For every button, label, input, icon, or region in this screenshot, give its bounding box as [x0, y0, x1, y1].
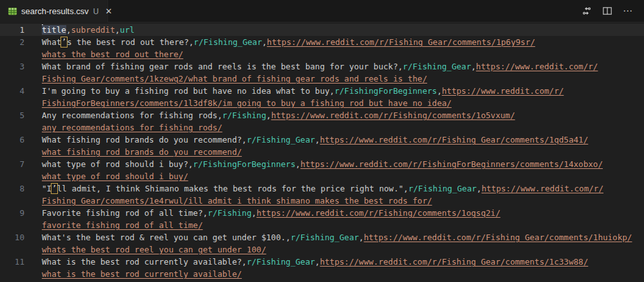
url-link[interactable]: whats_the_best_rod_reel_you_can_get_unde… [42, 245, 266, 254]
subreddit-field: r/Fishing_Gear [409, 184, 477, 193]
line-number [0, 243, 24, 256]
csv-text: What's the best rod & reel you can get u… [42, 233, 291, 242]
code-row[interactable]: 2What’s the best rod out there?,r/Fishin… [0, 36, 644, 48]
csv-text: url [120, 25, 134, 35]
csv-text: , [66, 25, 71, 35]
code-row[interactable]: 4I'm going to buy a fishing rod but have… [0, 85, 644, 97]
code-row[interactable]: 1title,subreddit,url [0, 24, 644, 36]
line-number [0, 195, 24, 207]
url-link[interactable]: https://www.reddit.com/r/Fishing_Gear/co… [320, 257, 588, 267]
line-number: 10 [0, 231, 24, 243]
code-text: Fishing_Gear/comments/1e4rwul/ill_admit_… [24, 195, 432, 207]
csv-text: ll admit, I think Shimano makes the best… [57, 184, 409, 193]
editor-actions: ⋯ [580, 0, 644, 22]
url-link[interactable]: favorite_fishing_rod_of_all_time/ [42, 220, 203, 230]
csv-text: , [471, 62, 476, 71]
code-text: what_type_of_rod_should_i_buy/ [24, 170, 188, 182]
url-link[interactable]: https://www.reddit.com/r/ [476, 62, 598, 71]
tab-search-results-csv[interactable]: search-results.csv U ✕ [0, 0, 108, 22]
code-row[interactable]: 7what type of rod should i buy?,r/Fishin… [0, 158, 644, 170]
code-text: What's the best rod & reel you can get u… [24, 231, 632, 243]
url-link[interactable]: https://www.reddit.com/r/ [442, 86, 564, 96]
code-row[interactable]: 8"I’ll admit, I think Shimano makes the … [0, 182, 644, 195]
code-text: Favorite fishing rod of all time?,r/Fish… [24, 207, 501, 219]
csv-text: what type of rod should i buy?, [42, 159, 193, 169]
line-number: 5 [0, 109, 24, 121]
url-link[interactable]: whats_the_best_rod_out_there/ [42, 49, 183, 59]
subreddit-field: r/FishingForBeginners [193, 159, 295, 169]
code-text: favorite_fishing_rod_of_all_time/ [24, 219, 203, 231]
line-number: 8 [0, 182, 24, 195]
line-number [0, 219, 24, 231]
csv-text: Favorite fishing rod of all time?, [42, 208, 208, 218]
close-tab-icon[interactable]: ✕ [105, 7, 112, 15]
line-number: 7 [0, 158, 24, 170]
more-actions-icon[interactable]: ⋯ [621, 4, 635, 18]
csv-text: Any recommendations for fishing rods, [42, 110, 223, 120]
csv-text: , [262, 37, 267, 47]
code-row[interactable]: 6What fishing rod brands do you recommen… [0, 134, 644, 146]
url-link[interactable]: any_recommendations_for_fishing_rods/ [42, 123, 223, 132]
code-row[interactable]: whats_the_best_rod_reel_you_can_get_unde… [0, 243, 644, 256]
url-link[interactable]: https://www.reddit.com/r/Fishing/comment… [257, 208, 501, 218]
code-row[interactable]: what_type_of_rod_should_i_buy/ [0, 170, 644, 182]
split-editor-icon[interactable] [600, 4, 614, 18]
line-number [0, 48, 24, 60]
url-link[interactable]: FishingForBeginners/comments/1l3df8k/im_… [42, 98, 452, 108]
url-link[interactable]: Fishing_Gear/comments/1kzewq2/what_brand… [42, 74, 427, 84]
code-row[interactable]: FishingForBeginners/comments/1l3df8k/im_… [0, 97, 644, 109]
code-editor[interactable]: 1title,subreddit,url2What’s the best rod… [0, 22, 644, 280]
editor-tab-bar: search-results.csv U ✕ ⋯ [0, 0, 644, 22]
subreddit-field: r/Fishing_Gear [291, 233, 359, 242]
line-number: 9 [0, 207, 24, 219]
csv-text: subreddit [71, 25, 115, 35]
code-row[interactable]: 5Any recommendations for fishing rods,r/… [0, 109, 644, 121]
code-text: I'm going to buy a fishing rod but have … [24, 85, 564, 97]
code-row[interactable]: 3What brand of fishing gear rods and ree… [0, 60, 644, 73]
git-status-badge: U [93, 7, 99, 16]
code-row[interactable]: Fishing_Gear/comments/1kzewq2/what_brand… [0, 73, 644, 85]
code-row[interactable]: 11What is the best rod currently availab… [0, 256, 644, 268]
code-row[interactable]: whats_the_best_rod_out_there/ [0, 48, 644, 60]
subreddit-field: r/Fishing_Gear [403, 62, 471, 71]
url-link[interactable]: https://www.reddit.com/r/Fishing_Gear/co… [267, 37, 535, 47]
code-text: title,subreddit,url [24, 24, 134, 36]
code-row[interactable]: favorite_fishing_rod_of_all_time/ [0, 219, 644, 231]
code-row[interactable]: what_fishing_rod_brands_do_you_recommend… [0, 146, 644, 158]
code-row[interactable]: Fishing_Gear/comments/1e4rwul/ill_admit_… [0, 195, 644, 207]
line-number: 1 [0, 24, 24, 36]
url-link[interactable]: what_type_of_rod_should_i_buy/ [42, 172, 188, 181]
code-text: "I’ll admit, I think Shimano makes the b… [24, 182, 603, 195]
url-link[interactable]: https://www.reddit.com/r/Fishing_Gear/co… [320, 135, 588, 145]
url-link[interactable]: https://www.reddit.com/r/Fishing/comment… [271, 110, 515, 120]
code-row[interactable]: 10What's the best rod & reel you can get… [0, 231, 644, 243]
code-text: whats_the_best_rod_reel_you_can_get_unde… [24, 243, 266, 256]
line-number: 3 [0, 60, 24, 73]
url-link[interactable]: what_is_the_best_rod_currently_available… [42, 269, 242, 279]
csv-file-icon [8, 6, 17, 16]
line-number: 11 [0, 256, 24, 268]
code-text: What is the best rod currently available… [24, 256, 588, 268]
code-row[interactable]: any_recommendations_for_fishing_rods/ [0, 121, 644, 134]
open-changes-icon[interactable] [580, 4, 594, 18]
csv-text: What fishing rod brands do you recommend… [42, 135, 246, 145]
url-link[interactable]: https://www.reddit.com/r/Fishing_Gear/co… [363, 233, 632, 242]
code-text: what_is_the_best_rod_currently_available… [24, 268, 242, 280]
csv-text: "I [42, 184, 51, 193]
url-link[interactable]: https://www.reddit.com/r/ [481, 184, 603, 193]
subreddit-field: r/Fishing [208, 208, 252, 218]
csv-text: What is the best rod currently available… [42, 257, 246, 267]
line-number [0, 73, 24, 85]
line-number [0, 97, 24, 109]
url-link[interactable]: what_fishing_rod_brands_do_you_recommend… [42, 147, 242, 157]
csv-text: , [252, 208, 257, 218]
url-link[interactable]: https://www.reddit.com/r/FishingForBegin… [300, 159, 603, 169]
line-number: 2 [0, 36, 24, 48]
url-link[interactable]: Fishing_Gear/comments/1e4rwul/ill_admit_… [42, 196, 432, 206]
line-number [0, 170, 24, 182]
line-number: 4 [0, 85, 24, 97]
code-text: whats_the_best_rod_out_there/ [24, 48, 183, 60]
code-row[interactable]: what_is_the_best_rod_currently_available… [0, 268, 644, 280]
csv-text: I'm going to buy a fishing rod but have … [42, 86, 335, 96]
code-row[interactable]: 9Favorite fishing rod of all time?,r/Fis… [0, 207, 644, 219]
